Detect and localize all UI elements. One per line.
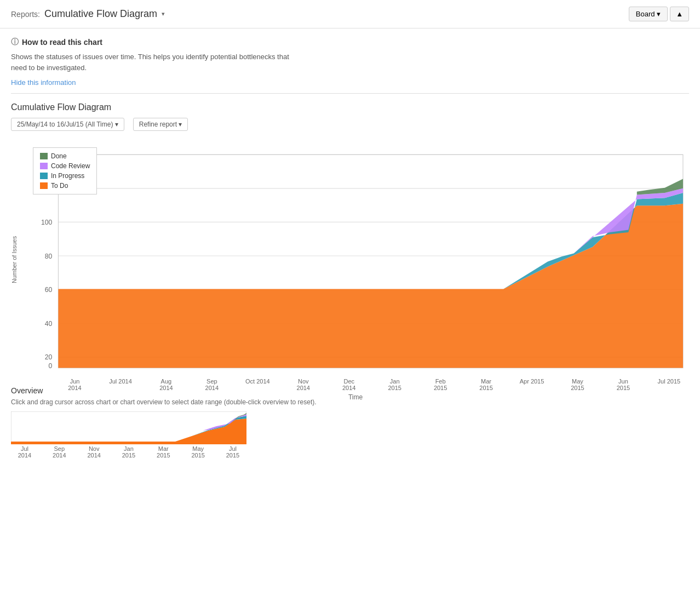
header-actions: Board ▾ ▲	[629, 7, 689, 21]
info-title-text: How to read this chart	[22, 38, 102, 47]
x-label-oct2014: Oct 2014	[238, 378, 278, 391]
chart-container: Number of Issues Done Code Review In Pro…	[11, 142, 689, 377]
x-axis-labels: Jun2014 Jul 2014 Aug2014 Sep2014 Oct 201…	[22, 378, 689, 391]
collapse-button[interactable]: ▲	[670, 7, 689, 21]
svg-text:60: 60	[45, 286, 53, 294]
date-range-button[interactable]: 25/May/14 to 16/Jul/15 (All Time) ▾	[11, 118, 124, 131]
legend-code-review-label: Code Review	[51, 162, 90, 170]
svg-text:80: 80	[45, 252, 53, 260]
chart-controls: 25/May/14 to 16/Jul/15 (All Time) ▾ Refi…	[11, 118, 689, 131]
ov-label-nov2014: Nov2014	[81, 445, 108, 459]
svg-text:20: 20	[45, 353, 53, 361]
legend-to-do-color	[40, 182, 48, 189]
ov-label-may2015: May2015	[185, 445, 212, 459]
chart-section: Cumulative Flow Diagram 25/May/14 to 16/…	[0, 94, 700, 386]
ov-label-mar2015: Mar2015	[150, 445, 177, 459]
x-label-dec2014: Dec2014	[329, 378, 369, 391]
x-label-sep2014: Sep2014	[192, 378, 232, 391]
svg-text:100: 100	[41, 219, 52, 226]
x-label-jul2014: Jul 2014	[100, 378, 140, 391]
x-label-jul2015: Jul 2015	[649, 378, 689, 391]
x-label-apr2015: Apr 2015	[512, 378, 552, 391]
x-label-jan2015: Jan2015	[375, 378, 415, 391]
report-title-dropdown-icon[interactable]: ▾	[162, 10, 165, 18]
main-chart-svg[interactable]: 140 120 100 80 60 40 20 0	[22, 142, 689, 377]
to-do-area	[58, 204, 682, 368]
reports-label: Reports:	[11, 10, 40, 19]
overview-x-labels: Jul2014 Sep2014 Nov2014 Jan2015 Mar2015 …	[11, 445, 246, 459]
ov-label-sep2014: Sep2014	[45, 445, 73, 459]
legend-done-color	[40, 153, 48, 159]
ov-label-jul2015: Jul2015	[219, 445, 246, 459]
overview-chart-wrapper[interactable]: Jul2014 Sep2014 Nov2014 Jan2015 Mar2015 …	[11, 411, 246, 459]
legend-in-progress-color	[40, 173, 48, 179]
report-title: Cumulative Flow Diagram	[44, 8, 157, 20]
legend-code-review: Code Review	[40, 162, 90, 170]
legend-done: Done	[40, 152, 90, 160]
svg-text:0: 0	[49, 362, 53, 369]
legend-to-do: To Do	[40, 182, 90, 190]
chart-title: Cumulative Flow Diagram	[11, 102, 689, 112]
x-label-jun2015: Jun2015	[603, 378, 643, 391]
legend-code-review-color	[40, 163, 48, 169]
header-left: Reports: Cumulative Flow Diagram ▾	[11, 8, 165, 20]
x-label-feb2015: Feb2015	[421, 378, 461, 391]
legend-in-progress: In Progress	[40, 172, 90, 180]
info-section: ⓘ How to read this chart Shows the statu…	[0, 28, 700, 93]
x-label-mar2015: Mar2015	[466, 378, 506, 391]
hide-info-link[interactable]: Hide this information	[11, 78, 76, 87]
x-label-nov2014: Nov2014	[283, 378, 323, 391]
legend-in-progress-label: In Progress	[51, 172, 84, 180]
info-title: ⓘ How to read this chart	[11, 37, 689, 47]
refine-report-button[interactable]: Refine report ▾	[133, 118, 188, 131]
x-label-aug2014: Aug2014	[146, 378, 186, 391]
ov-label-jul2014: Jul2014	[11, 445, 38, 459]
legend-to-do-label: To Do	[51, 182, 68, 190]
y-axis-label: Number of Issues	[11, 142, 22, 377]
x-label-may2015: May2015	[558, 378, 598, 391]
svg-text:40: 40	[45, 320, 53, 328]
board-button[interactable]: Board ▾	[629, 7, 668, 21]
legend-done-label: Done	[51, 152, 67, 160]
ov-label-jan2015: Jan2015	[115, 445, 142, 459]
overview-chart-svg[interactable]	[11, 411, 246, 444]
chart-inner: Done Code Review In Progress To Do	[22, 142, 689, 377]
x-label-jun2014: Jun2014	[55, 378, 95, 391]
page-header: Reports: Cumulative Flow Diagram ▾ Board…	[0, 0, 700, 28]
chart-legend: Done Code Review In Progress To Do	[33, 147, 97, 194]
x-axis-title: Time	[22, 393, 689, 401]
help-icon: ⓘ	[11, 37, 19, 47]
info-description: Shows the statuses of issues over time. …	[11, 51, 307, 73]
